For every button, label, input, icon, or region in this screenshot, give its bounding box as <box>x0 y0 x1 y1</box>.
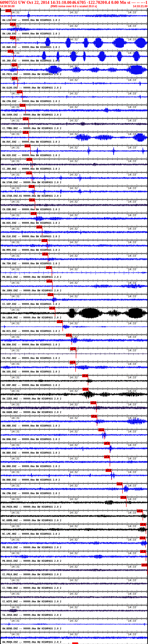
event-header: 60907551 UW Oct 22, 2014 14:31:10.00 46.… <box>0 0 147 5</box>
station-label: UW.MOON.EHZ -- 99999.0km BW HIGHPASS 2.0… <box>2 641 61 643</box>
station-label: CC.TOBU.BHZ -- 99999.0km BW HIGHPASS 2.0… <box>2 587 61 589</box>
station-label: CC.TMBU.BHZ -- 99999.0km BW HIGHPASS 2.0… <box>2 127 61 130</box>
pick-flag[interactable]: xT 4 <box>48 293 54 296</box>
pick-flag[interactable]: xT 4 <box>42 252 48 256</box>
pick-flag[interactable]: xT 4 <box>10 23 16 26</box>
station-label: UW.LEBA.HHZ -- 99999.0km BW HIGHPASS 2.0… <box>2 316 61 319</box>
station-label: UW.BRO.EHZ -- 99999.0km BW HIGHPASS 2.0 … <box>2 465 60 468</box>
pick-flag[interactable]: xT 4 <box>46 266 52 269</box>
pick-flag[interactable]: xT 4 <box>12 63 17 66</box>
window-end-time: 14:33:21.00 <box>133 5 147 8</box>
station-label: UW.H2O.EHZ -- 99999.0km BW HIGHPASS 2.0 … <box>2 154 60 156</box>
pick-flag[interactable]: xT 4 <box>90 401 96 404</box>
station-label: UW.RADR.BHZ -- 99999.0km BW HIGHPASS 2.0… <box>2 411 61 414</box>
rms-scaling-note: (RMS noise over 6.0 s scaled 20.0 x) <box>51 5 97 8</box>
pick-flag[interactable]: xT 4 <box>91 415 97 418</box>
station-label: UW.GLDO.EHZ -- 99999.0km BW HIGHPASS 2.0… <box>2 86 61 89</box>
seismogram-viewer-window: 60907551 UW Oct 22, 2014 14:31:10.00 46.… <box>0 0 148 644</box>
pick-flag[interactable]: xT 4 <box>47 280 52 282</box>
station-label: UW.PHIN.HHZ -- 99999.0km BW HIGHPASS 2.0… <box>2 506 61 508</box>
station-label: NC.KRMB.HHZ -- 99999.0km BW HIGHPASS 2.0… <box>2 519 61 522</box>
station-label: UW.ELK.EHZ -- 99999.0km BW HIGHPASS 2.0 … <box>2 235 60 238</box>
pick-flag[interactable]: xT 4 <box>26 158 32 161</box>
pick-flag[interactable]: xT 4 <box>104 456 110 458</box>
station-label: UW.BBO.EHZ -- 99999.0km BW HIGHPASS 2.0 … <box>2 452 60 454</box>
station-label: UO.FRIS.EHZ -- 99999.0km BW HIGHPASS 2.0… <box>2 73 61 76</box>
station-label: UW.BHW.EHZ -- 99999.0km BW HIGHPASS 2.0 … <box>2 438 60 440</box>
station-label: UW.STAR.EHZ.01 99999.0km BW HIGHPASS 2.0… <box>2 195 61 197</box>
station-label: UW.IZEE.HHZ -- 99999.0km BW HIGHPASS 2.0… <box>2 398 61 400</box>
event-rf-flag: -1 <box>144 0 147 5</box>
station-label: UW.RVC.EHZ -- 99999.0km BW HIGHPASS 2.0 … <box>2 140 60 143</box>
station-label: UO.JRO.EHZ -- 99999.0km BW HIGHPASS 2.0 … <box>2 60 60 62</box>
pick-flag[interactable]: xT 4 <box>70 347 76 350</box>
trace-plot-area[interactable]: 14:3114:3214:33xT 4UW.LCW.EHZ -- 99999.0… <box>0 8 148 644</box>
pick-flag[interactable]: xT 4 <box>83 388 88 391</box>
station-label: PB.B011.EHZ -- 99999.0km BW HIGHPASS 2.0… <box>2 276 61 278</box>
pick-flag[interactable]: xT 4 <box>29 198 35 202</box>
station-label: PB.B943.EHZ -- 99999.0km BW HIGHPASS 2.0… <box>2 560 61 562</box>
station-label: TA.J05D.BHZ -- 99999.0km BW HIGHPASS 2.0… <box>2 614 61 616</box>
station-label: UW.BEND.EHZ -- 99999.0km BW HIGHPASS 2.0… <box>2 627 61 630</box>
pick-flag[interactable]: xT 4 <box>117 482 122 485</box>
pick-flag[interactable]: xT 4 <box>98 428 104 431</box>
station-label: UW.LKW.EHZ -- 99999.0km BW HIGHPASS 2.0 … <box>2 32 60 35</box>
pick-flag[interactable]: xT 4 <box>29 185 35 188</box>
pick-flag[interactable]: xT 4 <box>70 361 76 364</box>
pick-flag[interactable]: xT 4 <box>66 334 72 337</box>
pick-flag[interactable]: xT 4 <box>6 9 11 12</box>
pick-flag[interactable]: xT 4 <box>31 212 37 215</box>
station-label: CC.JRO.BHZ -- 99999.0km BW HIGHPASS 2.0 … <box>2 168 60 170</box>
station-label: UW.RCS.EHZ -- 99999.0km BW HIGHPASS 2.0 … <box>2 330 60 332</box>
station-label: UW.TDH.EHZ -- 99999.0km BW HIGHPASS 2.0 … <box>2 262 60 265</box>
window-time-range: 14:30:50.00 (RMS noise over 6.0 s scaled… <box>0 5 147 8</box>
station-label: NC.LMC.HHZ -- 99999.0km BW HIGHPASS 2.0 … <box>2 533 60 535</box>
station-label: UW.RNO.EHZ -- 99999.0km BW HIGHPASS 2.0 … <box>2 478 60 481</box>
pick-flag[interactable]: xT 4 <box>23 118 29 120</box>
station-label: UW.LCW.EHZ -- 99999.0km BW HIGHPASS 2.0 … <box>2 19 60 22</box>
pick-flag[interactable]: xT 4 <box>140 550 146 553</box>
pick-flag[interactable]: xT 4 <box>8 50 14 53</box>
station-label: UW.BOW.EHZ -- 99999.0km BW HIGHPASS 2.0 … <box>2 344 60 346</box>
station-label: UW.CMW.EHZ -- 99999.0km BW HIGHPASS 2.0 … <box>2 492 60 494</box>
station-label: UW.JORV.EHZ -- 99999.0km BW HIGHPASS 2.0… <box>2 289 61 292</box>
station-label: UW.CPW.EHZ -- 99999.0km BW HIGHPASS 2.0 … <box>2 100 60 102</box>
pick-flag[interactable]: xT 4 <box>10 36 16 39</box>
station-label: CC.WIFE.BHZ -- 99999.0km BW HIGHPASS 2.0… <box>2 600 61 603</box>
station-label: UW.SVOH.EHZ -- 99999.0km BW HIGHPASS 2.0… <box>2 114 61 116</box>
pick-flag-partial[interactable] <box>72 642 78 644</box>
station-label: CN.EDB.BHZ -- 99999.0km BW HIGHPASS 2.0 … <box>2 208 60 211</box>
pick-flag[interactable]: xT 4 <box>137 510 143 512</box>
station-label: CN.PGC.BHZ -- 99999.0km BW HIGHPASS 2.0 … <box>2 357 60 360</box>
pick-flag[interactable]: xT 4 <box>25 144 31 147</box>
pick-flag[interactable]: xT 4 <box>141 564 147 566</box>
pick-flag[interactable]: xT 4 <box>104 442 110 445</box>
station-label: UW.SOS.EHZ -- 99999.0km BW HIGHPASS 2.0 … <box>2 370 60 373</box>
station-label: UO.HWO.EHZ -- 99999.0km BW HIGHPASS 2.0 … <box>2 46 60 48</box>
pick-flag[interactable]: xT 4 <box>20 104 26 107</box>
station-label: CC.PRLK.BHZ -- 99999.0km BW HIGHPASS 2.0… <box>2 573 61 576</box>
pick-flag[interactable]: xT 4 <box>140 536 145 540</box>
station-label: UW.KOS.EHZ -- 99999.0km BW HIGHPASS 2.0 … <box>2 222 60 224</box>
event-id-datetime: 60907551 UW Oct 22, 2014 14:31:10.00 <box>0 0 72 5</box>
pick-flag[interactable]: xT 4 <box>106 469 111 472</box>
pick-flag[interactable]: xT 4 <box>140 523 146 526</box>
pick-flag[interactable]: xT 4 <box>49 307 55 310</box>
pick-flag[interactable]: xT 4 <box>23 131 29 134</box>
pick-flag[interactable]: xT 4 <box>12 77 18 80</box>
pick-flag[interactable]: xT 4 <box>120 496 126 499</box>
pick-flag[interactable]: xT 4 <box>42 239 47 242</box>
window-start-time: 14:30:50.00 <box>0 5 15 8</box>
station-label: NC.KRP.HHZ -- 99999.0km BW HIGHPASS 2.0 … <box>2 384 60 386</box>
pick-flag[interactable]: xT 4 <box>17 90 23 93</box>
station-label: UW.STAR.EHZ -- 99999.0km BW HIGHPASS 2.0… <box>2 181 61 184</box>
pick-flag[interactable]: xT 4 <box>82 374 88 377</box>
station-label: UW.MPO.EHZ -- 99999.0km BW HIGHPASS 2.0 … <box>2 249 60 251</box>
station-label: CC.SEP.EHZ -- 99999.0km BW HIGHPASS 2.0 … <box>2 303 60 305</box>
pick-flag[interactable]: xT 4 <box>36 226 42 228</box>
pick-flag[interactable]: xT 4 <box>57 320 63 323</box>
pick-flag[interactable]: xT 4 <box>26 172 32 174</box>
station-label: PB.B013.EHZ -- 99999.0km BW HIGHPASS 2.0… <box>2 546 61 549</box>
event-coordinates: 46.6705 -122.7020 <box>72 0 104 5</box>
station-label: UW.HBR.EHZ -- 99999.0km BW HIGHPASS 2.0 … <box>2 424 60 427</box>
